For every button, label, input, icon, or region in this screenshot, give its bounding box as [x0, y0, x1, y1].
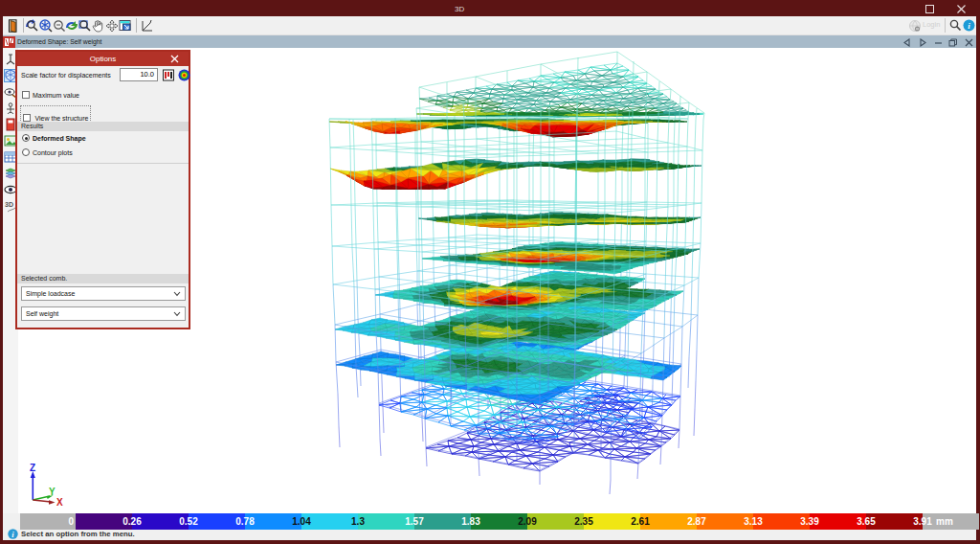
svg-text:X: X	[56, 497, 63, 508]
svg-text:Z: Z	[30, 463, 35, 473]
svg-text:Y: Y	[49, 487, 56, 497]
